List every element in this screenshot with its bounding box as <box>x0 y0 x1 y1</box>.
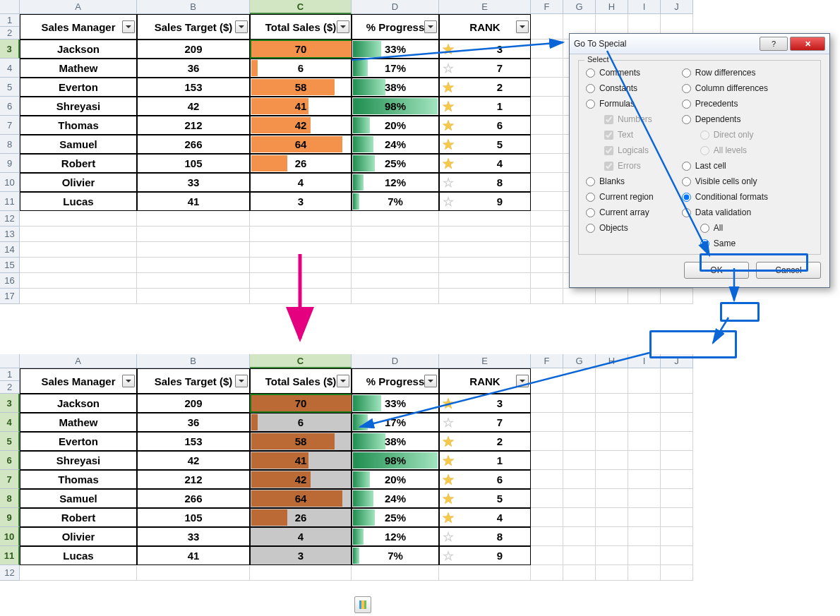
radio-input[interactable] <box>682 115 691 124</box>
table-header[interactable]: Total Sales ($) <box>250 368 352 394</box>
column-header-A[interactable]: A <box>20 0 137 14</box>
column-header-D[interactable]: D <box>352 0 439 14</box>
cell-blank[interactable] <box>661 508 693 527</box>
row-header-10[interactable]: 10 <box>0 173 20 192</box>
cell-blank[interactable] <box>531 470 563 489</box>
cell-total-sales[interactable]: 41 <box>250 451 352 470</box>
row-header-12[interactable]: 12 <box>0 211 20 227</box>
radio-input[interactable] <box>682 68 691 78</box>
radio-input[interactable] <box>700 239 709 248</box>
column-header-J[interactable]: J <box>661 0 693 14</box>
cell-blank[interactable] <box>628 470 661 489</box>
cell-blank[interactable] <box>531 192 563 211</box>
cell-manager[interactable]: Samuel <box>20 135 137 154</box>
column-header-I[interactable]: I <box>628 354 661 368</box>
cell-rank[interactable]: ★4 <box>439 154 531 173</box>
radio-input[interactable] <box>682 162 691 171</box>
radio-input[interactable] <box>586 84 595 93</box>
column-header-G[interactable]: G <box>563 0 596 14</box>
cell-target[interactable]: 41 <box>137 192 250 211</box>
cell-blank[interactable] <box>661 394 693 413</box>
cell-manager[interactable]: Robert <box>20 508 137 527</box>
row-header-5[interactable]: 5 <box>0 432 20 451</box>
cell-blank[interactable] <box>137 242 250 258</box>
cell-rank[interactable]: ★5 <box>439 489 531 508</box>
cell-total-sales[interactable]: 4 <box>250 527 352 546</box>
cell-progress[interactable]: 12% <box>352 527 439 546</box>
cell-blank[interactable] <box>439 289 531 304</box>
cell-blank[interactable] <box>563 489 596 508</box>
cell-blank[interactable] <box>250 242 352 258</box>
cell-target[interactable]: 33 <box>137 527 250 546</box>
cell-blank[interactable] <box>531 97 563 116</box>
cell-blank[interactable] <box>531 432 563 451</box>
radio-input[interactable] <box>586 208 595 217</box>
cell-blank[interactable] <box>563 289 596 304</box>
cell-rank[interactable]: ★3 <box>439 40 531 59</box>
cell-total-sales[interactable]: 42 <box>250 470 352 489</box>
row-header-5[interactable]: 5 <box>0 78 20 97</box>
filter-button[interactable] <box>424 20 437 33</box>
ok-button[interactable]: OK <box>684 262 749 279</box>
column-header-F[interactable]: F <box>531 354 563 368</box>
cell-total-sales[interactable]: 3 <box>250 192 352 211</box>
cell-blank[interactable] <box>596 565 628 581</box>
cell-blank[interactable] <box>531 211 563 227</box>
table-header[interactable]: Total Sales ($) <box>250 14 352 40</box>
cell-blank[interactable] <box>661 489 693 508</box>
cell-blank[interactable] <box>628 546 661 565</box>
cell-progress[interactable]: 17% <box>352 413 439 432</box>
select-all-corner[interactable] <box>0 0 20 14</box>
cell-blank[interactable] <box>439 258 531 273</box>
cell-manager[interactable]: Jackson <box>20 394 137 413</box>
column-header-H[interactable]: H <box>596 0 628 14</box>
cell-blank[interactable] <box>20 211 137 227</box>
radio-input[interactable] <box>586 99 595 109</box>
cell-blank[interactable] <box>596 289 628 304</box>
option-same[interactable]: Same <box>682 238 768 248</box>
column-header-E[interactable]: E <box>439 354 531 368</box>
cell-progress[interactable]: 98% <box>352 451 439 470</box>
cell-blank[interactable] <box>531 565 563 581</box>
cell-blank[interactable] <box>439 242 531 258</box>
cell-blank[interactable] <box>596 508 628 527</box>
cell-blank[interactable] <box>20 565 137 581</box>
cell-blank[interactable] <box>352 227 439 242</box>
cell-total-sales[interactable]: 41 <box>250 97 352 116</box>
row-header-3[interactable]: 3 <box>0 394 20 413</box>
cell-progress[interactable]: 12% <box>352 173 439 192</box>
row-header-14[interactable]: 14 <box>0 242 20 258</box>
cell-manager[interactable]: Jackson <box>20 40 137 59</box>
row-header-8[interactable]: 8 <box>0 135 20 154</box>
cell-blank[interactable] <box>596 413 628 432</box>
table-header[interactable]: Sales Manager <box>20 368 137 394</box>
cell-rank[interactable]: ☆8 <box>439 173 531 192</box>
cancel-button[interactable]: Cancel <box>756 262 821 279</box>
cell-target[interactable]: 105 <box>137 154 250 173</box>
cell-target[interactable]: 153 <box>137 432 250 451</box>
cell-blank[interactable] <box>628 432 661 451</box>
row-header-11[interactable]: 11 <box>0 192 20 211</box>
cell-blank[interactable] <box>137 273 250 289</box>
cell-blank[interactable] <box>596 489 628 508</box>
cell-manager[interactable]: Olivier <box>20 173 137 192</box>
cell-total-sales[interactable]: 42 <box>250 116 352 135</box>
radio-input[interactable] <box>682 177 691 186</box>
option-precedents[interactable]: Precedents <box>682 99 768 109</box>
cell-blank[interactable] <box>531 273 563 289</box>
filter-button[interactable] <box>122 375 135 387</box>
row-header-13[interactable]: 13 <box>0 227 20 242</box>
cell-blank[interactable] <box>439 211 531 227</box>
cell-blank[interactable] <box>531 154 563 173</box>
row-header-6[interactable]: 6 <box>0 97 20 116</box>
cell-blank[interactable] <box>531 508 563 527</box>
cell-blank[interactable] <box>628 289 661 304</box>
cell-rank[interactable]: ☆7 <box>439 413 531 432</box>
filter-button[interactable] <box>424 375 437 387</box>
cell-blank[interactable] <box>250 565 352 581</box>
table-header[interactable]: RANK <box>439 14 531 40</box>
cell-blank[interactable] <box>628 451 661 470</box>
cell-blank[interactable] <box>137 258 250 273</box>
cell-target[interactable]: 209 <box>137 40 250 59</box>
cell-blank[interactable] <box>20 258 137 273</box>
